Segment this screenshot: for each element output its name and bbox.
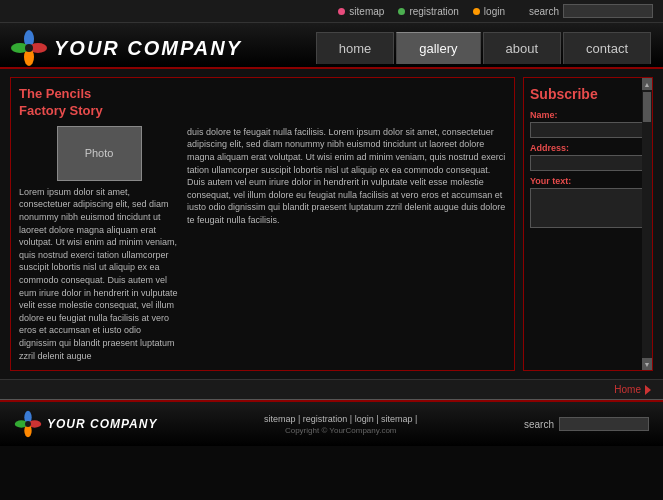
scroll-thumb[interactable] <box>643 92 651 122</box>
scroll-track <box>642 90 652 358</box>
address-input[interactable] <box>530 155 646 171</box>
footer-links-row: sitemap | registration | login | sitemap… <box>264 414 417 424</box>
two-col-layout: Photo Lorem ipsum dolor sit amet, consec… <box>19 126 506 362</box>
scroll-up-button[interactable]: ▲ <box>642 78 652 90</box>
footer-logo-icon <box>14 410 42 438</box>
header: YOUR COMPANY home gallery about contact <box>0 23 663 69</box>
subscribe-title: Subscribe <box>530 86 646 102</box>
top-bar: sitemap registration login search <box>0 0 663 23</box>
registration-label: registration <box>409 6 458 17</box>
home-link[interactable]: Home <box>614 384 651 395</box>
left-text: Lorem ipsum dolor sit amet, consectetuer… <box>19 186 179 362</box>
login-link[interactable]: login <box>473 6 505 17</box>
content-title: The Pencils Factory Story <box>19 86 506 120</box>
registration-link[interactable]: registration <box>398 6 458 17</box>
svg-point-4 <box>25 44 33 52</box>
footer-links-area: sitemap | registration | login | sitemap… <box>264 414 417 435</box>
svg-point-9 <box>25 421 31 427</box>
home-arrow-icon <box>645 385 651 395</box>
footer-logo: YOUR COMPANY <box>14 410 157 438</box>
login-dot <box>473 8 480 15</box>
address-label: Address: <box>530 143 646 153</box>
login-label: login <box>484 6 505 17</box>
sitemap-link[interactable]: sitemap <box>338 6 384 17</box>
top-search-label: search <box>529 6 559 17</box>
yourtext-input[interactable] <box>530 188 646 228</box>
nav-about[interactable]: about <box>483 32 562 64</box>
left-column: Photo Lorem ipsum dolor sit amet, consec… <box>19 126 179 362</box>
scrollbar: ▲ ▼ <box>642 78 652 370</box>
footer-search-area: search <box>524 417 649 431</box>
top-search-input[interactable] <box>563 4 653 18</box>
subscribe-box: Subscribe Name: Address: Your text: ▲ ▼ <box>523 77 653 371</box>
footer-search-label: search <box>524 419 554 430</box>
photo-placeholder: Photo <box>57 126 142 181</box>
registration-dot <box>398 8 405 15</box>
main-nav: home gallery about contact <box>316 32 653 64</box>
yourtext-label: Your text: <box>530 176 646 186</box>
footer: YOUR COMPANY sitemap | registration | lo… <box>0 400 663 446</box>
main-content: The Pencils Factory Story Photo Lorem ip… <box>0 69 663 379</box>
sitemap-dot <box>338 8 345 15</box>
nav-contact[interactable]: contact <box>563 32 651 64</box>
logo-area: YOUR COMPANY <box>10 29 242 67</box>
top-search-area: search <box>529 4 653 18</box>
content-box: The Pencils Factory Story Photo Lorem ip… <box>10 77 515 371</box>
bottom-nav: Home <box>0 379 663 400</box>
name-input[interactable] <box>530 122 646 138</box>
logo-icon <box>10 29 48 67</box>
nav-gallery[interactable]: gallery <box>396 32 480 64</box>
footer-company-name: YOUR COMPANY <box>47 417 157 431</box>
sitemap-label: sitemap <box>349 6 384 17</box>
scroll-down-button[interactable]: ▼ <box>642 358 652 370</box>
home-label: Home <box>614 384 641 395</box>
footer-search-input[interactable] <box>559 417 649 431</box>
company-name: YOUR COMPANY <box>54 37 242 60</box>
footer-copyright: Copyright © YourCompany.com <box>264 426 417 435</box>
nav-home[interactable]: home <box>316 32 395 64</box>
right-column: duis dolore te feugait nulla facilisis. … <box>187 126 506 362</box>
name-label: Name: <box>530 110 646 120</box>
